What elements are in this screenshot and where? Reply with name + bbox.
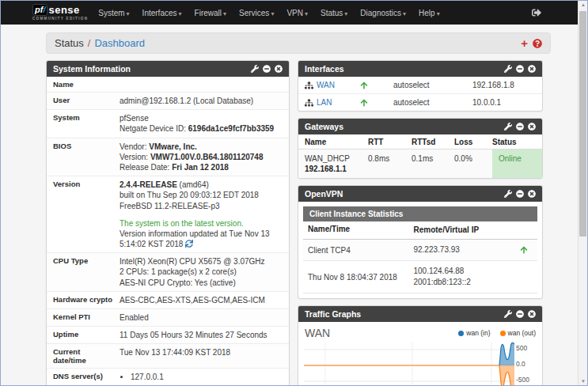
- menu-status[interactable]: Status▾: [321, 9, 347, 17]
- breadcrumb-separator: /: [88, 37, 91, 49]
- close-icon[interactable]: [275, 65, 283, 73]
- menu-vpn[interactable]: VPN▾: [286, 9, 308, 17]
- sitemap-icon: [305, 81, 313, 89]
- chevron-down-icon: ▾: [305, 10, 308, 17]
- top-navbar: pf/ sense COMMUNITY EDITION System▾ Inte…: [1, 1, 587, 25]
- table-row: Kernel PTI Enabled: [47, 309, 289, 327]
- scroll-up-arrow[interactable]: ▲: [579, 2, 588, 7]
- chevron-down-icon: ▾: [344, 10, 347, 17]
- menu-system[interactable]: System▾: [98, 9, 129, 17]
- wan-interface-link[interactable]: WAN: [317, 81, 335, 89]
- pfsense-logo[interactable]: pf/ sense COMMUNITY EDITION: [32, 4, 88, 21]
- panel-title: Traffic Graphs: [305, 309, 361, 319]
- brand-name: sense: [48, 5, 79, 15]
- version-status-text: The system is on the latest version.: [119, 218, 283, 229]
- sign-out-icon[interactable]: [532, 8, 541, 17]
- vertical-scrollbar[interactable]: ▲ ▼: [578, 1, 587, 385]
- panel-title: OpenVPN: [305, 189, 343, 199]
- menu-help[interactable]: Help▾: [419, 9, 440, 17]
- chevron-down-icon: ▾: [437, 10, 440, 17]
- scrollbar-thumb[interactable]: [579, 11, 586, 237]
- wan-graph-legend: wan (in) wan (out): [458, 329, 536, 337]
- menu-diagnostics[interactable]: Diagnostics▾: [360, 9, 406, 17]
- breadcrumb-page-dashboard[interactable]: Dashboard: [94, 37, 145, 49]
- table-row: LAN autoselect 10.0.0.1: [298, 94, 542, 111]
- wan-graph-title: WAN: [305, 327, 330, 339]
- wrench-icon[interactable]: [504, 123, 512, 131]
- wrench-icon[interactable]: [504, 65, 512, 73]
- pf-logo-box: pf/: [32, 4, 47, 16]
- table-row: Hardware crypto AES-CBC,AES-XTS,AES-GCM,…: [47, 292, 289, 309]
- dns-server-list: 127.0.0.1 192.168.1.1 192.168.1.250: [119, 372, 283, 386]
- client-instance-statistics-header: Client Instance Statistics: [303, 206, 537, 221]
- minimize-icon[interactable]: [516, 190, 524, 198]
- breadcrumb: Status / Dashboard +: [46, 32, 551, 54]
- minimize-icon[interactable]: [516, 65, 524, 73]
- table-row: WAN autoselect 192.168.1.8: [298, 77, 542, 94]
- wrench-icon[interactable]: [504, 310, 512, 318]
- main-menu: System▾ Interfaces▾ Firewall▾ Services▾ …: [98, 9, 439, 17]
- wan-out-legend-dot: [500, 331, 506, 336]
- table-row: Current date/time Tue Nov 13 17:44:09 KS…: [47, 344, 289, 369]
- wan-in-legend-dot: [458, 331, 464, 336]
- table-row: CPU Type Intel(R) Xeon(R) CPU X5675 @ 3.…: [47, 253, 289, 292]
- y-tick: 500: [516, 345, 527, 352]
- chevron-down-icon: ▾: [271, 10, 274, 17]
- table-row: User admin@192.168.1.2 (Local Database): [47, 93, 289, 110]
- openvpn-header-row: Name/Time Remote/Virtual IP: [303, 221, 537, 240]
- y-tick: -500: [516, 377, 529, 384]
- chevron-down-icon: ▾: [223, 10, 226, 17]
- chevron-down-icon: ▾: [179, 10, 182, 17]
- menu-interfaces[interactable]: Interfaces▾: [142, 9, 182, 17]
- panel-title: System Information: [53, 64, 131, 74]
- traffic-graphs-panel: Traffic Graphs WAN wan (in) wan (out): [298, 305, 543, 386]
- wrench-icon[interactable]: [251, 65, 259, 73]
- minimize-icon[interactable]: [263, 65, 271, 73]
- menu-firewall[interactable]: Firewall▾: [195, 9, 226, 17]
- panel-title: Gateways: [305, 122, 343, 131]
- interfaces-panel: Interfaces WAN autoselect 192.168.1.8 LA…: [298, 60, 543, 112]
- vpn-up-arrow-icon: [520, 246, 528, 254]
- gateways-header-row: Name RTT RTTsd Loss Status: [298, 134, 542, 149]
- chevron-down-icon: ▾: [403, 10, 406, 17]
- openvpn-panel: OpenVPN Client Instance Statistics Name/…: [298, 185, 543, 299]
- table-row: Name: [47, 77, 289, 93]
- table-row: Version 2.4.4-RELEASE (amd64) built on T…: [47, 176, 289, 253]
- link-up-arrow-icon: [360, 99, 368, 107]
- wan-traffic-chart: 500 0.0 -500 -1.0k -1.5k -2.0k: [304, 342, 537, 386]
- close-icon[interactable]: [528, 123, 536, 131]
- panel-title: Interfaces: [305, 64, 344, 74]
- table-row: Thu Nov 8 18:04:37 2018 100.124.64.88 20…: [303, 261, 537, 293]
- help-question-icon[interactable]: [533, 39, 542, 48]
- add-widget-icon[interactable]: +: [521, 37, 528, 49]
- menu-services[interactable]: Services▾: [239, 9, 274, 17]
- close-icon[interactable]: [528, 190, 536, 198]
- table-row: Uptime 11 Days 05 Hours 32 Minutes 27 Se…: [47, 327, 289, 344]
- table-row: BIOS Vendor: VMware, Inc. Version: VMW71…: [47, 138, 289, 177]
- minimize-icon[interactable]: [516, 123, 524, 131]
- netgate-device-id: 6196da1ce9fcf7bb3359: [188, 124, 274, 133]
- table-row: WAN_DHCP 192.168.1.1 0.8ms 0.1ms 0.0% On…: [298, 149, 542, 178]
- close-icon[interactable]: [528, 65, 536, 73]
- minimize-icon[interactable]: [516, 310, 524, 318]
- scroll-down-arrow[interactable]: ▼: [579, 379, 588, 384]
- close-icon[interactable]: [528, 310, 536, 318]
- link-up-arrow-icon: [360, 81, 368, 89]
- gateway-status-badge: Online: [492, 149, 542, 178]
- table-row: System pfSense Netgate Device ID: 6196da…: [47, 110, 289, 138]
- system-information-panel: System Information Name User admin@192.1…: [46, 60, 290, 386]
- chevron-down-icon: ▾: [127, 10, 130, 17]
- sitemap-icon: [305, 99, 313, 107]
- brand-edition: COMMUNITY EDITION: [32, 17, 88, 21]
- wrench-icon[interactable]: [504, 190, 512, 198]
- y-tick: 0.0: [516, 361, 525, 368]
- breadcrumb-section: Status: [55, 37, 84, 49]
- gateways-panel: Gateways Name RTT RTTsd Loss Status: [298, 118, 543, 179]
- table-row: DNS server(s) 127.0.0.1 192.168.1.1 192.…: [47, 369, 289, 386]
- table-row: Client TCP4 92.223.73.93: [303, 240, 537, 261]
- refresh-icon[interactable]: [185, 240, 193, 248]
- lan-interface-link[interactable]: LAN: [317, 98, 332, 107]
